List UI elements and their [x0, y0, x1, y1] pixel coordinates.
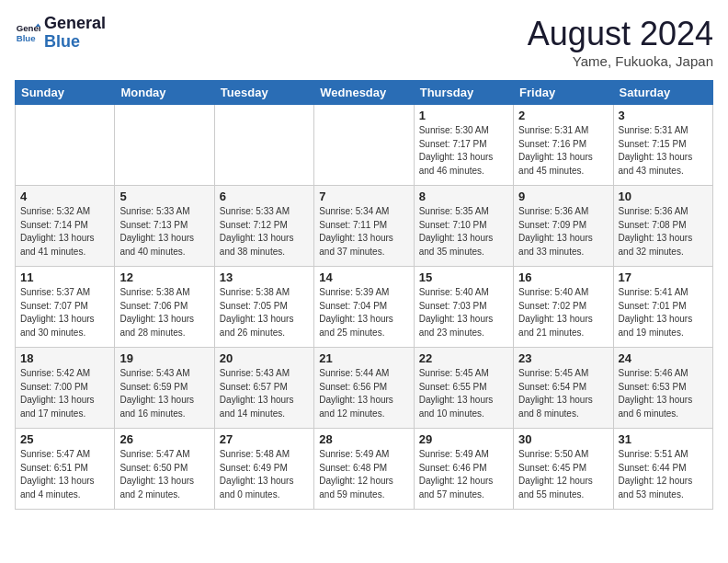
day-info: Sunrise: 5:45 AM Sunset: 6:55 PM Dayligh… — [419, 367, 508, 420]
svg-text:Blue: Blue — [17, 33, 36, 43]
day-info: Sunrise: 5:37 AM Sunset: 7:07 PM Dayligh… — [20, 286, 109, 339]
day-number: 14 — [319, 270, 408, 284]
weekday-header-sunday: Sunday — [16, 81, 115, 105]
calendar-cell: 16Sunrise: 5:40 AM Sunset: 7:02 PM Dayli… — [514, 267, 613, 348]
calendar-cell: 17Sunrise: 5:41 AM Sunset: 7:01 PM Dayli… — [613, 267, 712, 348]
day-number: 19 — [119, 351, 209, 365]
calendar-cell — [115, 105, 214, 186]
svg-text:General: General — [17, 23, 40, 33]
day-number: 28 — [319, 432, 408, 446]
day-info: Sunrise: 5:47 AM Sunset: 6:50 PM Dayligh… — [119, 448, 209, 501]
day-number: 6 — [220, 190, 309, 203]
calendar-cell: 3Sunrise: 5:31 AM Sunset: 7:15 PM Daylig… — [613, 105, 712, 186]
weekday-header-saturday: Saturday — [613, 81, 712, 105]
day-number: 13 — [220, 270, 309, 284]
day-info: Sunrise: 5:46 AM Sunset: 6:53 PM Dayligh… — [619, 367, 708, 420]
day-number: 3 — [619, 109, 708, 122]
calendar-cell: 24Sunrise: 5:46 AM Sunset: 6:53 PM Dayli… — [613, 348, 712, 429]
calendar-cell: 22Sunrise: 5:45 AM Sunset: 6:55 PM Dayli… — [414, 348, 513, 429]
day-info: Sunrise: 5:38 AM Sunset: 7:06 PM Dayligh… — [119, 286, 209, 339]
calendar-title: August 2024 — [528, 15, 713, 53]
day-number: 9 — [518, 190, 608, 203]
day-number: 2 — [518, 109, 608, 122]
page-header: General Blue General Blue August 2024 Ya… — [15, 15, 713, 69]
calendar-cell: 20Sunrise: 5:43 AM Sunset: 6:57 PM Dayli… — [214, 348, 313, 429]
day-info: Sunrise: 5:34 AM Sunset: 7:11 PM Dayligh… — [319, 205, 408, 259]
logo-text: General Blue — [44, 15, 106, 52]
weekday-header-monday: Monday — [115, 81, 214, 105]
day-number: 23 — [518, 351, 608, 365]
day-info: Sunrise: 5:47 AM Sunset: 6:51 PM Dayligh… — [20, 448, 109, 501]
calendar-week-row: 4Sunrise: 5:32 AM Sunset: 7:14 PM Daylig… — [16, 186, 713, 267]
calendar-cell: 28Sunrise: 5:49 AM Sunset: 6:48 PM Dayli… — [314, 429, 414, 510]
calendar-cell: 25Sunrise: 5:47 AM Sunset: 6:51 PM Dayli… — [16, 429, 115, 510]
weekday-header-row: SundayMondayTuesdayWednesdayThursdayFrid… — [16, 81, 713, 105]
calendar-cell: 14Sunrise: 5:39 AM Sunset: 7:04 PM Dayli… — [314, 267, 414, 348]
day-info: Sunrise: 5:49 AM Sunset: 6:48 PM Dayligh… — [319, 448, 408, 501]
day-number: 26 — [119, 432, 209, 446]
day-number: 10 — [619, 190, 708, 203]
day-info: Sunrise: 5:48 AM Sunset: 6:49 PM Dayligh… — [220, 448, 309, 501]
calendar-table: SundayMondayTuesdayWednesdayThursdayFrid… — [15, 80, 713, 510]
calendar-cell: 21Sunrise: 5:44 AM Sunset: 6:56 PM Dayli… — [314, 348, 414, 429]
day-info: Sunrise: 5:43 AM Sunset: 6:57 PM Dayligh… — [220, 367, 309, 420]
day-number: 21 — [319, 351, 408, 365]
calendar-cell: 11Sunrise: 5:37 AM Sunset: 7:07 PM Dayli… — [16, 267, 115, 348]
calendar-cell — [214, 105, 313, 186]
calendar-cell — [314, 105, 414, 186]
day-number: 1 — [419, 109, 508, 122]
day-info: Sunrise: 5:32 AM Sunset: 7:14 PM Dayligh… — [20, 205, 109, 259]
day-info: Sunrise: 5:30 AM Sunset: 7:17 PM Dayligh… — [419, 124, 508, 178]
weekday-header-tuesday: Tuesday — [214, 81, 313, 105]
day-number: 30 — [518, 432, 608, 446]
day-number: 24 — [619, 351, 708, 365]
calendar-week-row: 18Sunrise: 5:42 AM Sunset: 7:00 PM Dayli… — [16, 348, 713, 429]
calendar-cell: 19Sunrise: 5:43 AM Sunset: 6:59 PM Dayli… — [115, 348, 214, 429]
day-info: Sunrise: 5:42 AM Sunset: 7:00 PM Dayligh… — [20, 367, 109, 420]
day-info: Sunrise: 5:40 AM Sunset: 7:02 PM Dayligh… — [518, 286, 608, 339]
calendar-cell: 1Sunrise: 5:30 AM Sunset: 7:17 PM Daylig… — [414, 105, 513, 186]
day-number: 11 — [20, 270, 109, 284]
calendar-cell: 5Sunrise: 5:33 AM Sunset: 7:13 PM Daylig… — [115, 186, 214, 267]
calendar-week-row: 1Sunrise: 5:30 AM Sunset: 7:17 PM Daylig… — [16, 105, 713, 186]
calendar-cell: 26Sunrise: 5:47 AM Sunset: 6:50 PM Dayli… — [115, 429, 214, 510]
day-info: Sunrise: 5:43 AM Sunset: 6:59 PM Dayligh… — [119, 367, 209, 420]
day-info: Sunrise: 5:31 AM Sunset: 7:16 PM Dayligh… — [518, 124, 608, 178]
calendar-cell: 6Sunrise: 5:33 AM Sunset: 7:12 PM Daylig… — [214, 186, 313, 267]
calendar-cell: 8Sunrise: 5:35 AM Sunset: 7:10 PM Daylig… — [414, 186, 513, 267]
day-number: 22 — [419, 351, 508, 365]
calendar-cell: 27Sunrise: 5:48 AM Sunset: 6:49 PM Dayli… — [214, 429, 313, 510]
weekday-header-wednesday: Wednesday — [314, 81, 414, 105]
day-number: 4 — [20, 190, 109, 203]
day-info: Sunrise: 5:33 AM Sunset: 7:12 PM Dayligh… — [220, 205, 309, 259]
day-info: Sunrise: 5:39 AM Sunset: 7:04 PM Dayligh… — [319, 286, 408, 339]
calendar-cell: 7Sunrise: 5:34 AM Sunset: 7:11 PM Daylig… — [314, 186, 414, 267]
day-info: Sunrise: 5:40 AM Sunset: 7:03 PM Dayligh… — [419, 286, 508, 339]
calendar-cell: 29Sunrise: 5:49 AM Sunset: 6:46 PM Dayli… — [414, 429, 513, 510]
day-info: Sunrise: 5:36 AM Sunset: 7:08 PM Dayligh… — [619, 205, 708, 259]
day-number: 16 — [518, 270, 608, 284]
day-number: 7 — [319, 190, 408, 203]
calendar-cell: 18Sunrise: 5:42 AM Sunset: 7:00 PM Dayli… — [16, 348, 115, 429]
day-info: Sunrise: 5:45 AM Sunset: 6:54 PM Dayligh… — [518, 367, 608, 420]
day-number: 17 — [619, 270, 708, 284]
day-number: 15 — [419, 270, 508, 284]
calendar-cell: 12Sunrise: 5:38 AM Sunset: 7:06 PM Dayli… — [115, 267, 214, 348]
day-info: Sunrise: 5:35 AM Sunset: 7:10 PM Dayligh… — [419, 205, 508, 259]
calendar-week-row: 11Sunrise: 5:37 AM Sunset: 7:07 PM Dayli… — [16, 267, 713, 348]
calendar-cell: 31Sunrise: 5:51 AM Sunset: 6:44 PM Dayli… — [613, 429, 712, 510]
day-info: Sunrise: 5:50 AM Sunset: 6:45 PM Dayligh… — [518, 448, 608, 501]
calendar-week-row: 25Sunrise: 5:47 AM Sunset: 6:51 PM Dayli… — [16, 429, 713, 510]
weekday-header-thursday: Thursday — [414, 81, 513, 105]
calendar-cell: 15Sunrise: 5:40 AM Sunset: 7:03 PM Dayli… — [414, 267, 513, 348]
day-number: 18 — [20, 351, 109, 365]
day-number: 12 — [119, 270, 209, 284]
day-info: Sunrise: 5:51 AM Sunset: 6:44 PM Dayligh… — [619, 448, 708, 501]
day-number: 20 — [220, 351, 309, 365]
day-number: 8 — [419, 190, 508, 203]
logo-icon: General Blue — [15, 20, 40, 46]
day-number: 31 — [619, 432, 708, 446]
calendar-cell: 23Sunrise: 5:45 AM Sunset: 6:54 PM Dayli… — [514, 348, 613, 429]
calendar-cell: 30Sunrise: 5:50 AM Sunset: 6:45 PM Dayli… — [514, 429, 613, 510]
day-number: 5 — [119, 190, 209, 203]
